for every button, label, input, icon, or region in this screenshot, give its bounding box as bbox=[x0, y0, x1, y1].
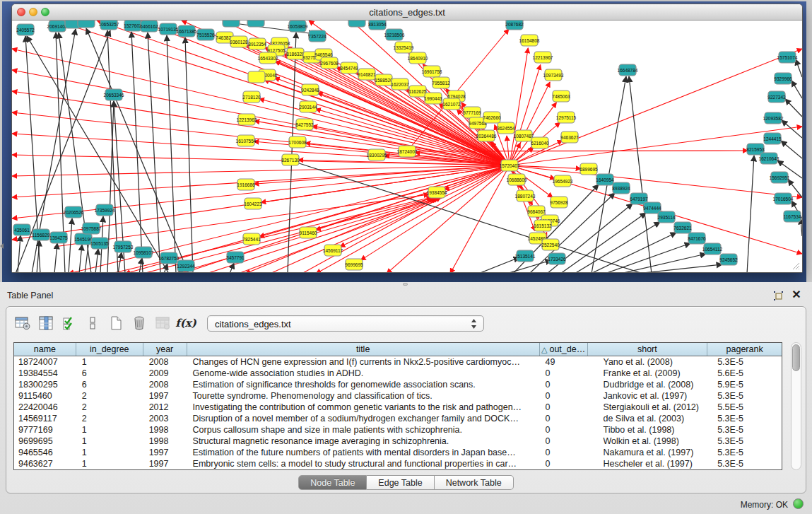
graph-node[interactable]: 2405572 bbox=[16, 24, 35, 35]
graph-node[interactable]: 15720407 bbox=[500, 160, 520, 171]
graph-node[interactable]: 8267130 bbox=[281, 154, 300, 165]
graph-node[interactable]: 435061 bbox=[13, 224, 30, 235]
column-header-in_degree[interactable]: in_degree bbox=[76, 343, 143, 356]
graph-node[interactable]: 9115460 bbox=[300, 227, 317, 238]
float-panel-icon[interactable] bbox=[773, 291, 784, 301]
table-settings-icon[interactable] bbox=[12, 313, 33, 333]
table-scrollbar-thumb[interactable] bbox=[792, 344, 800, 371]
graph-node[interactable]: 1156829 bbox=[33, 229, 50, 240]
table-row[interactable]: 977716911998Corpus callosum shape and si… bbox=[14, 424, 782, 436]
tab-edge-table[interactable]: Edge Table bbox=[367, 475, 434, 490]
graph-node[interactable]: 10688609 bbox=[507, 174, 527, 185]
graph-node[interactable]: 1916686 bbox=[237, 179, 255, 190]
graph-node[interactable]: 18640910 bbox=[408, 52, 428, 64]
graph-node[interactable]: 1622037 bbox=[391, 78, 409, 90]
graph-node[interactable]: 9777169 bbox=[463, 107, 481, 118]
graph-node[interactable]: 9329966 bbox=[774, 73, 792, 84]
citation-graph[interactable]: 2405572206914061065325715276026466162107… bbox=[12, 21, 802, 272]
graph-node[interactable]: 2087682 bbox=[505, 21, 524, 30]
graph-node[interactable]: 19654923 bbox=[553, 175, 573, 187]
network-canvas[interactable]: 2405572206914061065325715276026466162107… bbox=[12, 21, 802, 272]
graph-node[interactable]: 2967608 bbox=[320, 57, 339, 69]
graph-node[interactable]: 2522540 bbox=[541, 239, 560, 250]
graph-node[interactable]: 7825441 bbox=[242, 233, 261, 245]
graph-node[interactable]: 13325419 bbox=[394, 42, 414, 53]
graph-node[interactable]: 10958107 bbox=[134, 247, 154, 258]
graph-node[interactable]: 20364486 bbox=[476, 130, 497, 141]
graph-node[interactable]: 16053809 bbox=[288, 21, 308, 32]
graph-node[interactable]: 1615132 bbox=[534, 220, 552, 231]
graph-node[interactable]: 8938924 bbox=[612, 182, 630, 194]
graph-node[interactable]: 16782753 bbox=[159, 252, 180, 264]
graph-node[interactable]: 17359924 bbox=[95, 204, 115, 216]
table-selector-dropdown[interactable]: citations_edges.txt bbox=[207, 315, 484, 332]
graph-node[interactable]: 8454749 bbox=[340, 62, 358, 74]
graph-node[interactable]: 8813054 bbox=[368, 21, 387, 30]
graph-node[interactable]: 19218506 bbox=[384, 29, 405, 40]
graph-node[interactable] bbox=[247, 21, 264, 27]
graph-node[interactable] bbox=[248, 71, 265, 83]
graph-node[interactable]: 9699695 bbox=[345, 259, 363, 270]
graph-node[interactable]: 1505135 bbox=[90, 238, 109, 249]
graph-node[interactable] bbox=[223, 21, 240, 27]
graph-node[interactable]: 1292344 bbox=[177, 260, 195, 271]
graph-node[interactable]: 2935114 bbox=[658, 211, 676, 223]
tab-network-table[interactable]: Network Table bbox=[435, 475, 514, 490]
graph-node[interactable]: 7632621 bbox=[673, 222, 692, 233]
column-header-year[interactable]: year bbox=[143, 343, 187, 356]
graph-node[interactable]: 16671385 bbox=[177, 25, 197, 37]
graph-node[interactable]: 6899695 bbox=[579, 163, 598, 175]
graph-node[interactable]: 15751074 bbox=[777, 52, 798, 63]
graph-node[interactable]: 16648784 bbox=[618, 64, 638, 76]
table-row[interactable]: 969969511998Structural magnetic resonanc… bbox=[14, 436, 782, 447]
graph-node[interactable]: 1527602 bbox=[124, 21, 142, 31]
graph-node[interactable]: 1733426 bbox=[548, 253, 566, 264]
graph-node[interactable] bbox=[78, 21, 95, 28]
graph-node[interactable]: 7515526 bbox=[196, 29, 215, 40]
graph-node[interactable]: 1588520 bbox=[375, 74, 393, 86]
graph-node[interactable]: 7955812 bbox=[432, 77, 450, 88]
graph-node[interactable]: 8912354 bbox=[248, 38, 266, 49]
column-header-title[interactable]: title bbox=[187, 343, 540, 356]
table-row[interactable]: 946362711997Embryonic stem cells: a mode… bbox=[14, 458, 782, 469]
graph-node[interactable]: 16210643 bbox=[759, 153, 779, 164]
graph-node[interactable]: 6216040 bbox=[531, 137, 549, 148]
show-columns-icon[interactable] bbox=[35, 313, 57, 333]
graph-node[interactable]: 19384554 bbox=[427, 187, 447, 198]
close-panel-icon[interactable]: ✕ bbox=[791, 289, 802, 300]
table-row[interactable]: 911546021997Tourette syndrome. Phenomeno… bbox=[14, 390, 782, 402]
table-row[interactable]: 1938455462009Genome-wide association stu… bbox=[14, 368, 782, 379]
import-table-icon[interactable] bbox=[152, 313, 173, 333]
select-rows-icon[interactable] bbox=[59, 313, 80, 333]
graph-node[interactable]: 15135141 bbox=[515, 250, 536, 262]
delete-icon[interactable] bbox=[129, 313, 150, 333]
column-header-pagerank[interactable]: pagerank bbox=[707, 343, 782, 356]
column-header-out_de[interactable]: △out_de… bbox=[540, 343, 588, 356]
table-row[interactable]: 2242004622012Investigating the contribut… bbox=[14, 402, 782, 413]
graph-node[interactable]: 12093582 bbox=[763, 112, 784, 124]
graph-node[interactable]: 1545194 bbox=[74, 233, 93, 245]
graph-node[interactable]: 8471676 bbox=[688, 233, 706, 244]
graph-node[interactable]: 16543302 bbox=[258, 52, 278, 64]
graph-node[interactable]: 6466162 bbox=[140, 21, 158, 32]
graph-node[interactable]: 3624554 bbox=[497, 122, 515, 134]
graph-node[interactable]: 1640954 bbox=[596, 174, 614, 185]
graph-node[interactable]: 9146821 bbox=[358, 69, 376, 80]
graph-node[interactable]: 9756928 bbox=[550, 197, 568, 208]
table-row[interactable]: 946554611997Estimation of the future num… bbox=[14, 447, 782, 458]
graph-node[interactable]: 10975887 bbox=[81, 223, 102, 234]
graph-node[interactable]: 1621072 bbox=[442, 98, 461, 110]
graph-node[interactable]: 10654112 bbox=[702, 243, 723, 255]
graph-node[interactable]: 18724007 bbox=[397, 146, 418, 157]
table-row[interactable]: 1456911722003Disruption of a novel membe… bbox=[14, 413, 782, 424]
graph-node[interactable]: 16107554 bbox=[236, 135, 257, 146]
graph-node[interactable]: 8186328 bbox=[286, 48, 305, 59]
graph-node[interactable]: 12213967 bbox=[533, 52, 553, 63]
graph-node[interactable]: 10719135 bbox=[158, 23, 179, 35]
new-document-icon[interactable] bbox=[105, 313, 126, 333]
graph-node[interactable]: 9463627 bbox=[560, 132, 579, 143]
table-row[interactable]: 1872400712008Changes of HCN gene express… bbox=[14, 356, 782, 368]
graph-node[interactable]: 1700608 bbox=[288, 136, 307, 148]
graph-node[interactable]: 1990443 bbox=[424, 93, 442, 104]
graph-node[interactable]: 7462660 bbox=[483, 112, 501, 123]
